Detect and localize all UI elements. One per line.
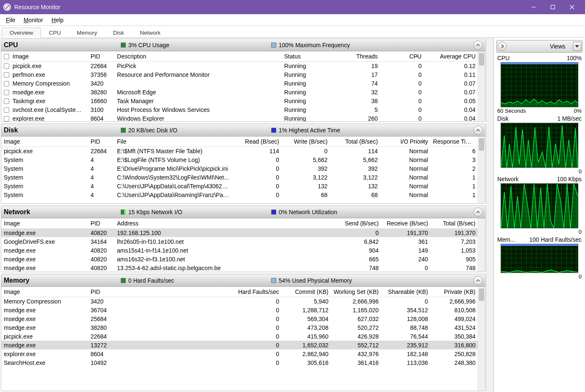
table-row[interactable]: msedge.exe382800473,208520,27288,748431,… xyxy=(1,323,478,332)
menu-file[interactable]: File xyxy=(2,16,20,24)
col-priority[interactable]: I/O Priority xyxy=(380,137,430,147)
checkbox[interactable] xyxy=(4,116,9,121)
col-image[interactable]: Image xyxy=(1,287,88,297)
col-pid[interactable]: PID xyxy=(88,137,114,147)
col-response[interactable]: Response Time... xyxy=(430,137,478,147)
col-write[interactable]: Write (B/sec) xyxy=(282,137,330,147)
table-row[interactable]: msedge.exe256840569,304627,032128,008499… xyxy=(1,314,478,323)
col-status[interactable]: Status xyxy=(282,51,336,61)
graph-title-label: Disk xyxy=(497,115,509,122)
col-image[interactable]: Image xyxy=(1,137,88,147)
table-row[interactable]: msedge.exe4082013.253-4-62.adsl-static.i… xyxy=(1,263,478,272)
section-header-network[interactable]: Network 15 Kbps Network I/O 0% Network U… xyxy=(1,206,485,218)
table-row[interactable]: svchost.exe (LocalSystemNet...3100Host P… xyxy=(1,105,478,114)
col-cpu[interactable]: CPU xyxy=(380,51,424,61)
col-ws[interactable]: Working Set (KB) xyxy=(331,287,381,297)
table-row[interactable]: msedge.exe1327201,652,032552,712235,9123… xyxy=(1,341,478,349)
table-row[interactable]: System4E:\Drive\Programe Mici\PickPick\p… xyxy=(1,164,478,173)
col-pid[interactable]: PID xyxy=(88,218,114,228)
checkbox[interactable] xyxy=(4,99,9,104)
window-title: Resource Monitor xyxy=(14,4,524,10)
section-header-memory[interactable]: Memory 0 Hard Faults/sec 54% Used Physic… xyxy=(1,274,485,287)
table-row[interactable]: picpick.exe22684PicPickRunning1900.12 xyxy=(1,61,478,70)
table-row[interactable]: explorer.exe8604Windows ExplorerRunning2… xyxy=(1,114,478,121)
network-table: Image PID Address Send (B/sec) Receive (… xyxy=(1,218,478,272)
menu-monitor[interactable]: Monitor xyxy=(20,16,48,24)
table-row[interactable]: Memory Compression3420Running7400.07 xyxy=(1,79,478,88)
col-send[interactable]: Send (B/sec) xyxy=(282,218,381,228)
close-button[interactable] xyxy=(562,0,582,14)
col-desc[interactable]: Description xyxy=(114,51,282,61)
table-row[interactable]: msedge.exe40820ams16s32-in-f3.1e100.net6… xyxy=(1,255,478,263)
cpu-usage-indicator xyxy=(121,43,126,48)
collapse-icon[interactable] xyxy=(473,40,483,50)
table-row[interactable]: GoogleDriveFS.exe34164lhr26s05-in-f10.1e… xyxy=(1,237,478,246)
col-total[interactable]: Total (B/sec) xyxy=(330,137,380,147)
checkbox[interactable] xyxy=(4,107,9,113)
mem-faults-indicator xyxy=(121,278,126,283)
collapse-icon[interactable] xyxy=(473,126,483,135)
table-row[interactable]: Taskmgr.exe16660Task ManagerRunning3800.… xyxy=(1,96,478,105)
table-row[interactable]: Memory Compression342005,9402,666,99602,… xyxy=(1,297,478,306)
col-total[interactable]: Total (B/sec) xyxy=(430,218,478,228)
menu-help[interactable]: Help xyxy=(47,16,68,24)
table-row[interactable]: msedge.exe38280Microsoft EdgeRunning3200… xyxy=(1,88,478,96)
table-row[interactable]: System4C:\Windows\System32\LogFiles\WMI\… xyxy=(1,173,478,182)
chevron-down-icon[interactable] xyxy=(573,42,581,51)
table-row[interactable]: System4C:\Users\JP\AppData\Roaming\Franz… xyxy=(1,190,478,199)
col-pid[interactable]: PID xyxy=(88,51,114,61)
tab-memory[interactable]: Memory xyxy=(69,28,105,38)
table-row[interactable]: System4C:\Users\JP\AppData\Local\Temp\43… xyxy=(1,182,478,190)
col-read[interactable]: Read (B/sec) xyxy=(233,137,282,147)
right-pane: Views CPU100% 60 Seconds0% Disk1 MB/sec … xyxy=(494,38,585,392)
col-threads[interactable]: Threads xyxy=(336,51,380,61)
views-button[interactable]: Views xyxy=(542,41,581,51)
graph-foot-right: 0 xyxy=(579,273,582,280)
scrollbar-thumb[interactable] xyxy=(479,53,484,66)
col-priv[interactable]: Private (KB) xyxy=(430,287,478,297)
table-row[interactable]: explorer.exe860402,862,940432,976182,148… xyxy=(1,349,478,358)
checkbox-all[interactable] xyxy=(4,54,9,59)
table-row[interactable]: msedge.exe40820192.168.125.1000191,37019… xyxy=(1,228,478,237)
checkbox[interactable] xyxy=(4,72,9,78)
collapse-icon[interactable] xyxy=(473,276,483,285)
net-util-label: 0% Network Utilization xyxy=(279,209,337,215)
cpu-freq-label: 100% Maximum Frequency xyxy=(279,42,350,48)
table-row[interactable]: picpick.exe22684E:\$Mft (NTFS Master Fil… xyxy=(1,147,478,155)
col-image[interactable]: Image xyxy=(1,51,88,61)
col-share[interactable]: Shareable (KB) xyxy=(381,287,430,297)
checkbox[interactable] xyxy=(4,90,9,95)
section-header-cpu[interactable]: CPU 3% CPU Usage 100% Maximum Frequency xyxy=(1,39,485,51)
maximize-button[interactable] xyxy=(543,0,562,14)
table-row[interactable]: msedge.exe40820ams15s41-in-f14.1e100.net… xyxy=(1,246,478,255)
expand-right-icon[interactable] xyxy=(498,42,507,51)
col-address[interactable]: Address xyxy=(114,218,282,228)
table-row[interactable]: perfmon.exe37356Resource and Performance… xyxy=(1,70,478,79)
checkbox[interactable] xyxy=(4,81,9,86)
col-hf[interactable]: Hard Faults/sec xyxy=(114,287,282,297)
tab-cpu[interactable]: CPU xyxy=(41,28,69,38)
col-image[interactable]: Image xyxy=(1,218,88,228)
table-row[interactable]: picpick.exe226840415,960426,92876,544350… xyxy=(1,332,478,341)
minimize-button[interactable] xyxy=(524,0,543,14)
scrollbar-thumb[interactable] xyxy=(479,138,484,151)
tab-disk[interactable]: Disk xyxy=(105,28,132,38)
tab-overview[interactable]: Overview xyxy=(2,28,41,38)
table-row[interactable]: msedge.exe3670401,288,7121,165,020354,51… xyxy=(1,306,478,314)
col-file[interactable]: File xyxy=(114,137,233,147)
tab-network[interactable]: Network xyxy=(132,28,169,38)
graph-mem: Mem...100 Hard Faults/sec 0 xyxy=(496,236,582,280)
collapse-icon[interactable] xyxy=(473,207,483,217)
net-io-label: 15 Kbps Network I/O xyxy=(128,209,182,215)
graph-canvas xyxy=(501,62,578,107)
scrollbar-thumb[interactable] xyxy=(479,288,484,301)
col-pid[interactable]: PID xyxy=(88,287,114,297)
col-commit[interactable]: Commit (KB) xyxy=(282,287,331,297)
table-row[interactable]: SearchHost.exe104920305,616361,416113,03… xyxy=(1,358,478,367)
col-avgcpu[interactable]: Average CPU xyxy=(424,51,478,61)
app-icon xyxy=(3,3,11,11)
col-recv[interactable]: Receive (B/sec) xyxy=(381,218,430,228)
checkbox[interactable] xyxy=(4,63,9,69)
section-header-disk[interactable]: Disk 20 KB/sec Disk I/O 1% Highest Activ… xyxy=(1,124,485,137)
table-row[interactable]: System4E:\$LogFile (NTFS Volume Log)05,6… xyxy=(1,155,478,164)
